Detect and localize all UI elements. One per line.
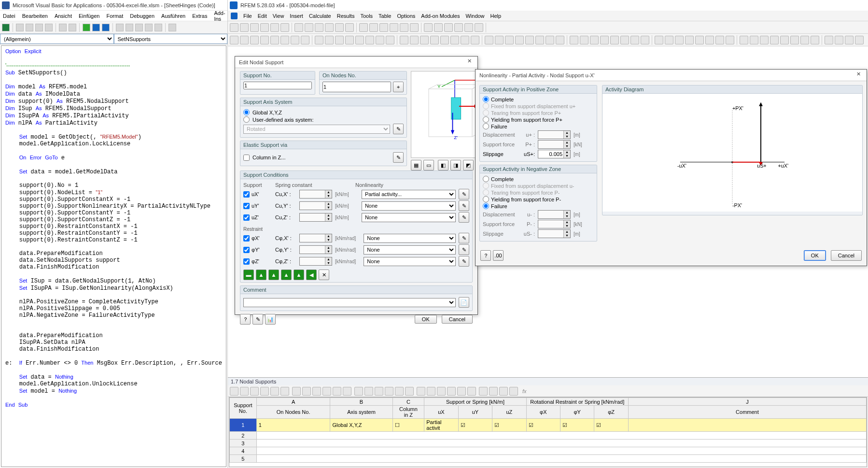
rfem-tb2-57[interactable] bbox=[835, 36, 843, 44]
table-tb-20[interactable] bbox=[437, 387, 446, 396]
menu-edit[interactable]: Edit bbox=[258, 13, 267, 19]
table-tb-22[interactable] bbox=[457, 387, 466, 396]
tb-object-icon[interactable] bbox=[145, 24, 153, 31]
tb-stop-icon[interactable] bbox=[102, 24, 110, 31]
vba-proc-combo[interactable]: SetNSupports bbox=[114, 34, 228, 44]
rfem-tb2-20[interactable] bbox=[440, 36, 449, 44]
comment-input[interactable] bbox=[243, 298, 456, 307]
rfem-tb2-15[interactable] bbox=[386, 36, 394, 44]
rfem-tb1-23[interactable] bbox=[475, 23, 483, 32]
rfem-tb1-13[interactable] bbox=[369, 23, 378, 32]
rfem-tb2-30[interactable] bbox=[546, 36, 554, 44]
table-tb-1[interactable] bbox=[240, 387, 249, 396]
support-preset-5-icon[interactable]: ▲ bbox=[294, 269, 304, 280]
table-tb-0[interactable] bbox=[230, 387, 238, 396]
table-tb-6[interactable] bbox=[292, 387, 301, 396]
table-tb-7[interactable] bbox=[302, 387, 311, 396]
tb-run-icon[interactable] bbox=[83, 24, 90, 31]
tb-project-icon[interactable] bbox=[126, 24, 133, 31]
rfem-tb2-4[interactable] bbox=[270, 36, 279, 44]
support-preset-3-icon[interactable]: ▲ bbox=[268, 269, 279, 280]
nl-phz-edit-icon[interactable]: ✎ bbox=[459, 256, 469, 267]
rfem-tb2-50[interactable] bbox=[760, 36, 769, 44]
pos-complete-radio[interactable] bbox=[483, 96, 489, 102]
neg-failure-radio[interactable] bbox=[483, 203, 489, 209]
table-tb-19[interactable] bbox=[427, 387, 435, 396]
table-tb-5[interactable] bbox=[280, 387, 289, 396]
ens-cancel-button[interactable]: Cancel bbox=[442, 315, 473, 324]
vba-object-combo[interactable]: (Allgemein) bbox=[0, 34, 114, 44]
rfem-tb2-24[interactable] bbox=[485, 36, 493, 44]
rfem-tb1-5[interactable] bbox=[280, 23, 289, 32]
table-tb-13[interactable] bbox=[364, 387, 373, 396]
table-tb-26[interactable] bbox=[499, 387, 508, 396]
rfem-tb2-26[interactable] bbox=[505, 36, 514, 44]
rfem-tb2-0[interactable] bbox=[230, 36, 238, 44]
table-tb-15[interactable] bbox=[385, 387, 393, 396]
nl-phy-select[interactable]: None bbox=[364, 245, 456, 255]
rfem-tb2-44[interactable] bbox=[695, 36, 704, 44]
menu-calculate[interactable]: Calculate bbox=[309, 13, 331, 19]
note-icon[interactable]: ✎ bbox=[252, 314, 263, 325]
rfem-tb2-12[interactable] bbox=[355, 36, 364, 44]
table-tb-10[interactable] bbox=[333, 387, 341, 396]
nl-uy-edit-icon[interactable]: ✎ bbox=[459, 200, 469, 211]
tb-toolbox-icon[interactable] bbox=[154, 24, 162, 31]
rfem-tb1-2[interactable] bbox=[250, 23, 259, 32]
rfem-tb2-33[interactable] bbox=[580, 36, 588, 44]
rfem-tb2-51[interactable] bbox=[770, 36, 779, 44]
tb-copy-icon[interactable] bbox=[35, 24, 43, 31]
rfem-tb2-59[interactable] bbox=[855, 36, 864, 44]
rfem-tb2-49[interactable] bbox=[750, 36, 758, 44]
tb-properties-icon[interactable] bbox=[135, 24, 143, 31]
rfem-tb2-16[interactable] bbox=[400, 36, 408, 44]
neg-yield-radio[interactable] bbox=[483, 196, 489, 202]
table-tb-24[interactable] bbox=[479, 387, 488, 396]
rfem-tb1-19[interactable] bbox=[434, 23, 443, 32]
nl-phx-edit-icon[interactable]: ✎ bbox=[459, 233, 469, 243]
table-tb-18[interactable] bbox=[417, 387, 425, 396]
excel-icon[interactable] bbox=[2, 24, 10, 31]
nl-phz-select[interactable]: None bbox=[364, 257, 456, 266]
nl-uz-edit-icon[interactable]: ✎ bbox=[459, 212, 469, 223]
tb-cut-icon[interactable] bbox=[26, 24, 33, 31]
menu-addins[interactable]: Add-Ins bbox=[214, 10, 225, 22]
table-tb-3[interactable] bbox=[260, 387, 269, 396]
table-tb-12[interactable] bbox=[354, 387, 363, 396]
axis-global-radio[interactable] bbox=[243, 109, 250, 115]
phy-check[interactable] bbox=[243, 247, 250, 253]
nl-units-icon[interactable]: .00 bbox=[493, 250, 504, 261]
preview-opt1-icon[interactable]: ◧ bbox=[438, 160, 448, 170]
rfem-tb2-1[interactable] bbox=[240, 36, 249, 44]
nl-uy-select[interactable]: None bbox=[362, 201, 456, 211]
rfem-tb1-21[interactable] bbox=[454, 23, 463, 32]
help-icon[interactable]: ？ bbox=[240, 314, 251, 325]
rfem-tb2-55[interactable] bbox=[811, 36, 819, 44]
rfem-tb2-38[interactable] bbox=[630, 36, 639, 44]
menu-tools[interactable]: Tools bbox=[360, 13, 373, 19]
tb-pause-icon[interactable] bbox=[92, 24, 100, 31]
nl-ux-select[interactable]: Partial activity... bbox=[362, 190, 456, 199]
rfem-tb1-20[interactable] bbox=[444, 23, 453, 32]
rfem-tb2-40[interactable] bbox=[655, 36, 663, 44]
tb-undo-icon[interactable] bbox=[59, 24, 67, 31]
menu-table[interactable]: Table bbox=[378, 13, 391, 19]
table-grid[interactable]: Support No. ABC Support or Spring [kN/m]… bbox=[229, 397, 867, 467]
axis-user-radio[interactable] bbox=[243, 116, 250, 123]
rfem-tb2-21[interactable] bbox=[450, 36, 459, 44]
rfem-tb2-31[interactable] bbox=[556, 36, 564, 44]
rfem-tb2-14[interactable] bbox=[376, 36, 384, 44]
rfem-tb2-7[interactable] bbox=[301, 36, 309, 44]
support-preset-4-icon[interactable]: ▲ bbox=[281, 269, 292, 280]
rfem-tb1-14[interactable] bbox=[379, 23, 388, 32]
menu-options[interactable]: Options bbox=[397, 13, 415, 19]
menu-ausfuehren[interactable]: Ausführen bbox=[161, 13, 185, 19]
tb-paste-icon[interactable] bbox=[45, 24, 53, 31]
slippage-pos-input[interactable] bbox=[538, 150, 563, 158]
rfem-tb1-8[interactable] bbox=[315, 23, 323, 32]
table-tb-8[interactable] bbox=[312, 387, 321, 396]
table-row[interactable]: 1 1 Global X,Y,Z ☐ Partial activit ☑ ☑ ☑… bbox=[230, 419, 867, 432]
rfem-tb1-16[interactable] bbox=[400, 23, 408, 32]
phx-check[interactable] bbox=[243, 235, 250, 241]
nl-phy-edit-icon[interactable]: ✎ bbox=[459, 244, 469, 255]
